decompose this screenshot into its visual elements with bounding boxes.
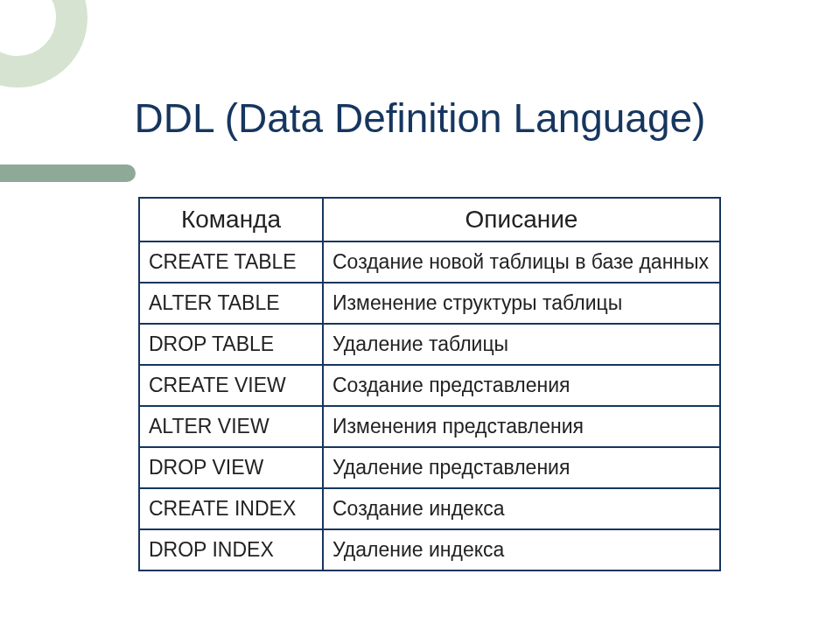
table-row: ALTER TABLE Изменение структуры таблицы [139, 283, 720, 324]
table-row: CREATE VIEW Создание представления [139, 365, 720, 406]
cell-command: CREATE VIEW [139, 365, 323, 406]
slide-title: DDL (Data Definition Language) [0, 94, 840, 142]
cell-command: DROP INDEX [139, 529, 323, 570]
cell-description: Удаление представления [323, 447, 720, 488]
table-row: DROP INDEX Удаление индекса [139, 529, 720, 570]
cell-description: Изменения представления [323, 406, 720, 447]
cell-command: DROP TABLE [139, 324, 323, 365]
header-command: Команда [139, 198, 323, 242]
table-row: DROP VIEW Удаление представления [139, 447, 720, 488]
ddl-table: Команда Описание CREATE TABLE Создание н… [138, 197, 721, 571]
table-row: ALTER VIEW Изменения представления [139, 406, 720, 447]
cell-description: Удаление индекса [323, 529, 720, 570]
cell-description: Создание представления [323, 365, 720, 406]
table-row: DROP TABLE Удаление таблицы [139, 324, 720, 365]
cell-description: Изменение структуры таблицы [323, 283, 720, 324]
cell-description: Удаление таблицы [323, 324, 720, 365]
cell-command: ALTER VIEW [139, 406, 323, 447]
cell-description: Создание новой таблицы в базе данных [323, 242, 720, 283]
cell-description: Создание индекса [323, 488, 720, 529]
cell-command: CREATE TABLE [139, 242, 323, 283]
decorative-bar [0, 164, 136, 182]
header-description: Описание [323, 198, 720, 242]
table-row: CREATE INDEX Создание индекса [139, 488, 720, 529]
table-row: CREATE TABLE Создание новой таблицы в ба… [139, 242, 720, 283]
cell-command: ALTER TABLE [139, 283, 323, 324]
table-header-row: Команда Описание [139, 198, 720, 242]
ddl-table-container: Команда Описание CREATE TABLE Создание н… [138, 197, 721, 571]
cell-command: CREATE INDEX [139, 488, 323, 529]
cell-command: DROP VIEW [139, 447, 323, 488]
decorative-ring [0, 0, 88, 88]
